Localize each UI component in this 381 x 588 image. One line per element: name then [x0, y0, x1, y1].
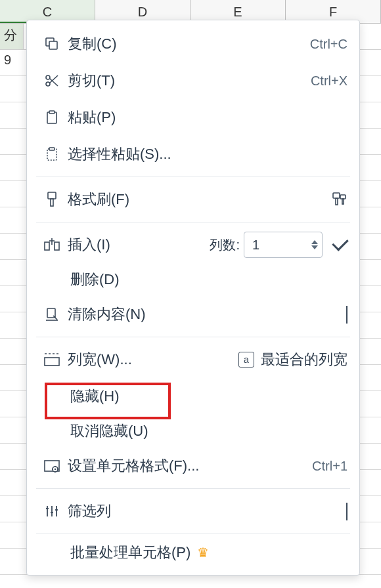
svg-rect-14	[340, 195, 346, 199]
menu-cut-shortcut: Ctrl+X	[311, 74, 347, 89]
menu-clear-label: 清除内容(N)	[65, 304, 146, 324]
menu-paste-special-label: 选择性粘贴(S)...	[65, 144, 171, 164]
separator	[36, 177, 350, 177]
menu-autofit-width[interactable]: a 最适合的列宽	[238, 350, 347, 369]
menu-paste-label: 粘贴(P)	[65, 108, 116, 127]
separator	[36, 534, 350, 534]
menu-unhide-label: 取消隐藏(U)	[68, 421, 148, 441]
menu-delete[interactable]: 删除(D)	[27, 263, 359, 296]
menu-format-cells-shortcut: Ctrl+1	[312, 459, 347, 474]
menu-batch-cells-label: 批量处理单元格(P)	[68, 543, 190, 562]
menu-unhide[interactable]: 取消隐藏(U)	[27, 415, 359, 448]
svg-rect-15	[342, 199, 344, 204]
svg-point-27	[55, 469, 56, 470]
spinner-up-icon[interactable]	[311, 240, 318, 244]
autofit-icon: a	[238, 352, 254, 368]
menu-insert-label: 插入(I)	[65, 235, 110, 255]
submenu-arrow-icon	[346, 306, 347, 323]
svg-rect-11	[51, 199, 53, 206]
svg-rect-16	[45, 242, 49, 250]
svg-rect-13	[336, 198, 338, 205]
menu-clear[interactable]: 清除内容(N)	[27, 296, 359, 333]
menu-autofit-width-label: 最适合的列宽	[261, 350, 347, 369]
menu-column-width-label: 列宽(W)...	[65, 350, 132, 369]
clipboard-icon	[39, 110, 65, 125]
menu-copy[interactable]: 复制(C) Ctrl+C	[27, 26, 359, 62]
insert-icon	[39, 237, 65, 253]
context-menu: 复制(C) Ctrl+C 剪切(T) Ctrl+X 粘贴(P) 选择性粘	[26, 20, 360, 576]
menu-format-cells[interactable]: 设置单元格格式(F)... Ctrl+1	[27, 448, 359, 484]
menu-cut[interactable]: 剪切(T) Ctrl+X	[27, 62, 359, 99]
svg-rect-10	[48, 192, 56, 199]
separator	[36, 337, 350, 337]
insert-count-input[interactable]: 1	[244, 232, 323, 258]
separator	[36, 222, 350, 222]
menu-column-width[interactable]: 列宽(W)... a 最适合的列宽	[27, 341, 359, 378]
menu-paste-special[interactable]: 选择性粘贴(S)...	[27, 136, 359, 173]
menu-format-painter-label: 格式刷(F)	[65, 190, 129, 209]
crown-icon: ♛	[197, 545, 209, 560]
menu-hide[interactable]: 隐藏(H)	[27, 378, 359, 415]
menu-filter-column-label: 筛选列	[65, 501, 111, 521]
paintbrush-icon	[39, 191, 65, 208]
svg-rect-1	[49, 41, 57, 49]
clipboard-special-icon	[39, 146, 65, 162]
copy-icon	[39, 36, 65, 52]
insert-count-value: 1	[248, 238, 259, 253]
spinner-down-icon[interactable]	[311, 245, 318, 249]
format-cells-icon	[39, 458, 65, 474]
eraser-icon	[39, 306, 65, 322]
filter-column-icon	[39, 503, 65, 519]
menu-filter-column[interactable]: 筛选列	[27, 493, 359, 530]
confirm-insert-button[interactable]	[332, 234, 348, 251]
column-width-icon	[39, 352, 65, 367]
submenu-arrow-icon	[346, 503, 347, 520]
menu-batch-cells[interactable]: 批量处理单元格(P) ♛	[27, 538, 359, 567]
menu-format-cells-label: 设置单元格格式(F)...	[65, 456, 199, 476]
menu-cut-label: 剪切(T)	[65, 71, 115, 91]
scissors-icon	[39, 73, 65, 89]
format-painter-alt-icon[interactable]	[330, 191, 347, 208]
insert-count-label: 列数:	[210, 236, 240, 254]
svg-rect-7	[49, 111, 55, 114]
menu-insert[interactable]: 插入(I) 列数: 1	[27, 226, 359, 263]
menu-paste[interactable]: 粘贴(P)	[27, 99, 359, 136]
svg-rect-24	[45, 358, 59, 366]
menu-hide-label: 隐藏(H)	[68, 387, 120, 406]
menu-format-painter[interactable]: 格式刷(F)	[27, 181, 359, 218]
menu-delete-label: 删除(D)	[68, 270, 120, 289]
menu-copy-label: 复制(C)	[65, 34, 117, 54]
menu-copy-shortcut: Ctrl+C	[310, 37, 347, 52]
svg-rect-9	[49, 148, 55, 150]
svg-rect-17	[55, 242, 59, 250]
cell-c1[interactable]: 分	[0, 24, 24, 49]
separator	[36, 488, 350, 489]
svg-rect-12	[333, 193, 340, 198]
